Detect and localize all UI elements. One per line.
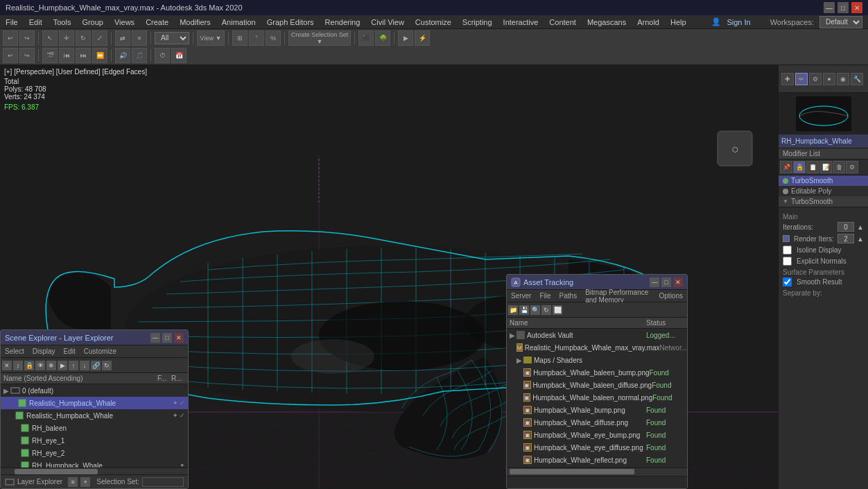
se-menu-customize[interactable]: Customize	[80, 345, 121, 357]
list-item[interactable]: ▣ Humpback_Whale_reflect.png Found	[507, 454, 687, 466]
mod-pin-btn[interactable]: 📌	[780, 161, 792, 173]
ts-render-iters-spinner[interactable]: ▲	[857, 235, 864, 243]
smooth-result-checkbox[interactable]	[783, 277, 792, 286]
list-item[interactable]: ▶ Autodesk Vault Logged...	[507, 329, 687, 341]
redo-button[interactable]: ↪	[19, 31, 35, 46]
se-close-btn[interactable]: ✕	[174, 333, 184, 343]
toolbar-btn-r2-6[interactable]: ⏩	[92, 48, 107, 63]
se-minimize-btn[interactable]: —	[150, 333, 160, 343]
menu-megascans[interactable]: Megascans	[582, 15, 632, 28]
turbosmooth-section-header[interactable]: ▼ TurboSmooth	[779, 196, 868, 207]
at-menu-file[interactable]: File	[535, 290, 555, 302]
toolbar-btn-r2-10[interactable]: 📅	[171, 48, 186, 63]
explicit-normals-checkbox[interactable]	[783, 257, 792, 266]
toolbar-btn-r2-7[interactable]: 🔊	[115, 48, 130, 63]
menu-help[interactable]: Help	[665, 15, 692, 28]
ts-iterations-input[interactable]	[837, 222, 854, 232]
select-set-btn[interactable]: Create Selection Set ▼	[288, 31, 351, 46]
toolbar-btn-r2-1[interactable]: ↩	[3, 48, 18, 63]
scene-explorer-btn[interactable]: 🌳	[375, 31, 390, 46]
se-status-btn2[interactable]: +	[80, 477, 90, 487]
list-item[interactable]: ▣ Humpback_Whale_bump.png Found	[507, 404, 687, 416]
selection-set-input[interactable]	[142, 477, 184, 487]
at-tool-1[interactable]: 📁	[508, 305, 518, 315]
at-menu-bitmap[interactable]: Bitmap Performance and Memory	[581, 290, 654, 302]
at-maximize-btn[interactable]: □	[661, 277, 671, 287]
undo-button[interactable]: ↩	[3, 31, 18, 46]
mod-copy-btn[interactable]: 📋	[806, 161, 819, 173]
se-render-btn[interactable]: ▶	[58, 361, 67, 370]
se-refresh-btn[interactable]: ↻	[102, 361, 112, 370]
menu-modifiers[interactable]: Modifiers	[174, 15, 216, 28]
mod-lock-btn[interactable]: 🔒	[793, 161, 806, 173]
toolbar-btn-r2-9[interactable]: ⏱	[155, 48, 170, 63]
select-button[interactable]: ↖	[42, 31, 58, 46]
se-link-btn[interactable]: 🔗	[91, 361, 101, 370]
at-tool-5[interactable]: ⬜	[553, 305, 562, 315]
toolbar-btn-r2-2[interactable]: ↪	[19, 48, 35, 63]
angle-snap[interactable]: °	[249, 31, 264, 46]
list-item[interactable]: ▣ Humpback_Whale_baleen_bump.png Found	[507, 366, 687, 379]
list-item[interactable]: ▣ Humpback_Whale_baleen_diffuse.png Foun…	[507, 379, 687, 391]
menu-interactive[interactable]: Interactive	[498, 15, 544, 28]
list-item[interactable]: Realistic_Humpback_Whale ✦ ✓	[1, 397, 188, 409]
menu-views[interactable]: Views	[109, 15, 140, 28]
se-menu-select[interactable]: Select	[1, 345, 28, 357]
modifier-editable-poly[interactable]: Editable Poly	[779, 186, 868, 196]
toolbar-btn-r2-5[interactable]: ⏭	[76, 48, 91, 63]
menu-arnold[interactable]: Arnold	[632, 15, 665, 28]
menu-animation[interactable]: Animation	[216, 15, 261, 28]
align-button[interactable]: ≡	[132, 31, 147, 46]
at-menu-paths[interactable]: Paths	[555, 290, 582, 302]
list-item[interactable]: M Realistic_Humpback_Whale_max_vray.max …	[507, 341, 687, 354]
se-show-btn[interactable]: 👁	[35, 361, 45, 370]
list-item[interactable]: Realistic_Humpback_Whale ✦ ✓	[1, 409, 188, 422]
menu-group[interactable]: Group	[76, 15, 109, 28]
se-status-btn1[interactable]: ≡	[68, 477, 78, 487]
se-menu-edit[interactable]: Edit	[60, 345, 80, 357]
list-item[interactable]: RH_baleen	[1, 422, 188, 434]
sign-in-label[interactable]: Sign In	[727, 18, 750, 26]
at-menu-options[interactable]: Options	[655, 290, 687, 302]
toolbar-btn-r2-3[interactable]: 🎬	[42, 48, 58, 63]
rotate-button[interactable]: ↻	[76, 31, 91, 46]
list-item[interactable]: ▶ Maps / Shaders	[507, 354, 687, 366]
modify-panel-btn[interactable]: ✏	[795, 73, 808, 85]
display-panel-btn[interactable]: ◉	[837, 73, 849, 85]
menu-file[interactable]: File	[0, 15, 24, 28]
modifier-turbosmooth[interactable]: TurboSmooth	[779, 175, 868, 186]
at-tool-2[interactable]: 💾	[519, 305, 529, 315]
menu-tools[interactable]: Tools	[48, 15, 77, 28]
reference-coord-dropdown[interactable]: All	[155, 32, 189, 44]
list-item[interactable]: ▣ Humpback_Whale_eye_diffuse.png Found	[507, 441, 687, 454]
viewport[interactable]: [+] [Perspective] [User Defined] [Edged …	[0, 65, 778, 489]
at-menu-server[interactable]: Server	[507, 290, 535, 302]
motion-panel-btn[interactable]: ●	[823, 73, 835, 85]
ts-render-iters-input[interactable]	[837, 234, 854, 243]
se-maximize-btn[interactable]: □	[162, 333, 172, 343]
menu-rendering[interactable]: Rendering	[320, 15, 366, 28]
horizontal-scrollbar[interactable]	[1, 467, 188, 474]
menu-graph-editors[interactable]: Graph Editors	[261, 15, 320, 28]
render-btn[interactable]: ▶	[398, 31, 413, 46]
se-menu-display[interactable]: Display	[28, 345, 60, 357]
se-move-down-btn[interactable]: ↓	[80, 361, 89, 370]
object-name-field[interactable]: RH_Humpback_Whale	[779, 135, 868, 148]
at-scrollbar-thumb[interactable]	[510, 469, 634, 474]
mod-delete-btn[interactable]: 🗑	[833, 161, 845, 173]
toolbar-btn-r2-8[interactable]: 🎵	[132, 48, 147, 63]
menu-customize[interactable]: Customize	[410, 15, 457, 28]
se-move-up-btn[interactable]: ↑	[69, 361, 78, 370]
list-item[interactable]: RH_eye_1	[1, 434, 188, 447]
maximize-button[interactable]: □	[837, 2, 849, 13]
move-button[interactable]: ✛	[59, 31, 74, 46]
quick-render[interactable]: ⚡	[415, 31, 430, 46]
at-close-btn[interactable]: ✕	[673, 277, 683, 287]
mod-config-btn[interactable]: ⚙	[846, 161, 858, 173]
isoline-checkbox[interactable]	[783, 246, 792, 255]
list-item[interactable]: ▣ Humpback_Whale_baleen_normal.png Found	[507, 391, 687, 404]
scale-button[interactable]: ⤢	[92, 31, 107, 46]
list-item[interactable]: RH_Humpback_Whale ✦	[1, 459, 188, 467]
hierarchy-panel-btn[interactable]: ⚙	[809, 73, 822, 85]
menu-civil-view[interactable]: Civil View	[365, 15, 409, 28]
